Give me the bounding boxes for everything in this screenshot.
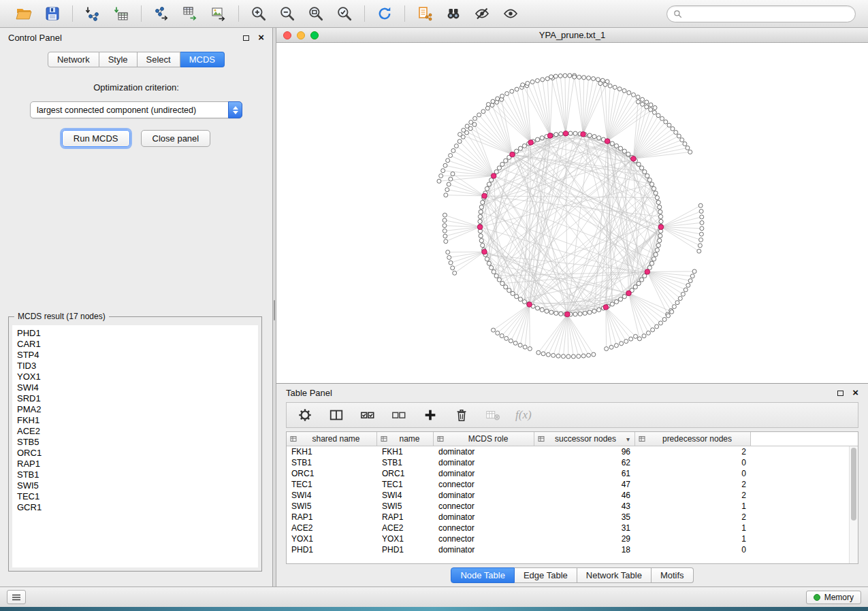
refresh-button[interactable] (373, 3, 396, 24)
cell-name: STB1 (377, 458, 434, 467)
tab-network[interactable]: Network (48, 52, 99, 67)
list-item[interactable]: STB1 (12, 469, 258, 480)
search-field[interactable] (666, 5, 856, 22)
table-row[interactable]: TEC1 TEC1 connector 47 2 (287, 479, 858, 490)
zoom-in-button[interactable] (247, 3, 270, 24)
table-row[interactable]: SWI4 SWI4 dominator 46 2 (287, 490, 858, 501)
column-header-shared-name[interactable]: shared name (287, 432, 377, 446)
search-input[interactable] (686, 8, 849, 19)
table-panel-tabs: Node Table Edge Table Network Table Moti… (276, 564, 868, 587)
tab-style[interactable]: Style (99, 52, 138, 67)
list-item[interactable]: SWI5 (12, 480, 258, 491)
cell-predecessor-nodes: 0 (635, 458, 751, 467)
show-all-button[interactable] (499, 3, 522, 24)
zoom-fit-button[interactable] (304, 3, 327, 24)
task-history-button[interactable] (7, 590, 26, 604)
list-item[interactable]: TEC1 (12, 491, 258, 502)
sort-descending-icon[interactable]: ▾ (626, 435, 631, 443)
tab-node-table[interactable]: Node Table (451, 567, 515, 583)
hide-selected-button[interactable] (470, 3, 494, 24)
maximize-window-icon[interactable] (310, 31, 319, 39)
import-table-button[interactable] (110, 3, 133, 24)
list-item[interactable]: SRD1 (12, 393, 258, 404)
deselect-all-button[interactable] (390, 406, 408, 424)
column-header-name[interactable]: name (377, 432, 434, 446)
open-file-button[interactable] (12, 3, 35, 24)
list-item[interactable]: CAR1 (12, 339, 258, 350)
criterion-dropdown[interactable]: largest connected component (undirected) (30, 101, 242, 118)
network-canvas[interactable] (276, 43, 868, 383)
optimization-criterion-label: Optimization criterion: (0, 82, 272, 93)
add-row-button[interactable] (421, 406, 439, 424)
cell-predecessor-nodes: 1 (635, 523, 751, 533)
column-menu-icon (381, 435, 387, 442)
control-panel-tabs: Network Style Select MCDS (0, 52, 272, 67)
main-area: Control Panel × Network Style Select MCD… (0, 28, 868, 587)
memory-button[interactable]: Memory (806, 591, 861, 604)
column-header-mcds-role[interactable]: MCDS role (434, 432, 534, 446)
list-item[interactable]: ACE2 (12, 426, 258, 437)
tab-mcds[interactable]: MCDS (180, 52, 225, 67)
table-row[interactable]: FKH1 FKH1 dominator 96 2 (287, 446, 858, 457)
first-neighbors-binoculars-icon (445, 5, 462, 22)
list-item[interactable]: YOX1 (12, 371, 258, 382)
delete-row-button[interactable] (453, 406, 470, 424)
table-row[interactable]: YOX1 YOX1 connector 29 1 (287, 533, 858, 544)
select-all-button[interactable] (359, 406, 376, 424)
cell-successor-nodes: 61 (534, 469, 635, 478)
table-settings-button[interactable] (296, 406, 314, 424)
close-table-panel-button[interactable]: × (852, 389, 858, 396)
table-row[interactable]: STB1 STB1 dominator 62 0 (287, 457, 858, 468)
search-icon (673, 10, 682, 18)
tab-motifs[interactable]: Motifs (652, 567, 694, 583)
zoom-selected-button[interactable] (333, 3, 356, 24)
list-item[interactable]: STP4 (12, 350, 258, 361)
zoom-out-button[interactable] (276, 3, 299, 24)
scrollbar-thumb[interactable] (851, 448, 856, 521)
tab-edge-table[interactable]: Edge Table (515, 567, 577, 583)
close-window-icon[interactable] (283, 31, 291, 39)
float-panel-button[interactable] (243, 33, 249, 43)
list-item[interactable]: TID3 (12, 361, 258, 371)
split-panel-button[interactable] (327, 406, 345, 424)
table-row[interactable]: ACE2 ACE2 connector 31 1 (287, 523, 858, 533)
column-header-successor-nodes[interactable]: successor nodes ▾ (534, 432, 635, 446)
view-group (405, 3, 530, 24)
new-network-from-selection-button[interactable] (413, 3, 436, 24)
list-item[interactable]: SWI4 (12, 382, 258, 393)
list-item[interactable]: ORC1 (12, 448, 258, 459)
cell-name: RAP1 (377, 512, 434, 522)
first-neighbors-button[interactable] (442, 3, 465, 24)
table-scrollbar[interactable] (849, 446, 858, 563)
list-item[interactable]: STB5 (12, 437, 258, 448)
close-panel-button[interactable]: × (258, 34, 264, 41)
cell-predecessor-nodes: 0 (635, 469, 751, 478)
float-table-panel-button[interactable] (837, 388, 843, 398)
cell-successor-nodes: 46 (534, 491, 635, 500)
table-row[interactable]: PHD1 PHD1 dominator 18 0 (287, 544, 858, 555)
list-item[interactable]: GCR1 (12, 502, 258, 513)
network-window-titlebar: YPA_prune.txt_1 (276, 28, 868, 43)
table-row[interactable]: RAP1 RAP1 dominator 35 2 (287, 512, 858, 523)
save-session-button[interactable] (41, 3, 64, 24)
cell-shared-name: FKH1 (287, 447, 377, 457)
import-network-button[interactable] (81, 3, 104, 24)
column-header-predecessor-nodes[interactable]: predecessor nodes (635, 432, 751, 446)
export-image-button[interactable] (207, 3, 230, 24)
tab-network-table[interactable]: Network Table (577, 567, 652, 583)
close-panel-button-mcds[interactable]: Close panel (141, 130, 211, 147)
table-row[interactable]: SWI5 SWI5 connector 43 1 (287, 501, 858, 512)
list-item[interactable]: RAP1 (12, 459, 258, 469)
cell-mcds-role: dominator (434, 491, 534, 500)
minimize-window-icon[interactable] (297, 31, 305, 39)
list-item[interactable]: FKH1 (12, 415, 258, 426)
run-mcds-button[interactable]: Run MCDS (62, 130, 130, 147)
export-network-button[interactable] (150, 3, 173, 24)
export-table-button[interactable] (178, 3, 202, 24)
list-item[interactable]: PHD1 (12, 328, 258, 339)
list-item[interactable]: PMA2 (12, 404, 258, 415)
cell-mcds-role: connector (434, 480, 534, 489)
table-row[interactable]: ORC1 ORC1 dominator 61 0 (287, 468, 858, 479)
tab-select[interactable]: Select (138, 52, 180, 67)
control-panel-titlebar: Control Panel × (0, 28, 272, 47)
